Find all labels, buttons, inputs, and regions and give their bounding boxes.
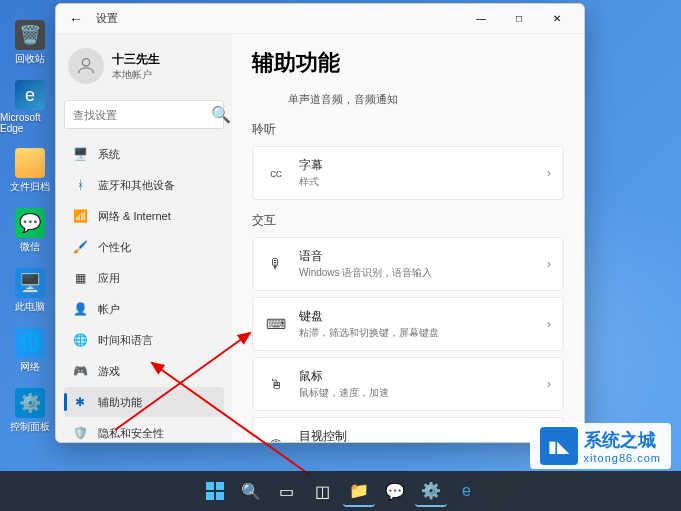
nav-system[interactable]: 🖥️系统: [64, 139, 224, 169]
eye-icon: 👁: [265, 436, 287, 442]
microphone-icon: 🎙: [265, 256, 287, 272]
desktop-icon-label: Microsoft Edge: [0, 112, 60, 134]
card-sub: 样式: [299, 175, 547, 189]
desktop-icon-label: 回收站: [15, 52, 45, 66]
taskbar-widgets[interactable]: ◫: [307, 475, 339, 507]
wechat-icon: 💬: [15, 208, 45, 238]
maximize-button[interactable]: □: [500, 5, 538, 33]
card-title: 目视控制: [299, 428, 547, 442]
folder-icon: [15, 148, 45, 178]
nav-personalization[interactable]: 🖌️个性化: [64, 232, 224, 262]
desktop-icon-label: 控制面板: [10, 420, 50, 434]
computer-icon: 🖥️: [15, 268, 45, 298]
nav-bluetooth[interactable]: ᚼ蓝牙和其他设备: [64, 170, 224, 200]
taskbar-settings[interactable]: ⚙️: [415, 475, 447, 507]
card-sub: Windows 语音识别，语音输入: [299, 266, 547, 280]
search-icon: 🔍: [211, 105, 231, 124]
user-name: 十三先生: [112, 51, 160, 68]
svg-rect-6: [216, 492, 224, 500]
card-title: 鼠标: [299, 368, 547, 385]
taskbar-chat[interactable]: 💬: [379, 475, 411, 507]
desktop-folder[interactable]: 文件归档: [0, 148, 60, 194]
close-button[interactable]: ✕: [538, 5, 576, 33]
wifi-icon: 📶: [72, 208, 88, 224]
nav-label: 隐私和安全性: [98, 426, 164, 441]
nav-label: 游戏: [98, 364, 120, 379]
user-block[interactable]: 十三先生 本地帐户: [64, 42, 224, 90]
desktop-network[interactable]: 🌐 网络: [0, 328, 60, 374]
keyboard-icon: ⌨: [265, 316, 287, 332]
nav-privacy[interactable]: 🛡️隐私和安全性: [64, 418, 224, 442]
section-listen: 聆听: [252, 121, 564, 138]
taskbar-taskview[interactable]: ▭: [271, 475, 303, 507]
card-title: 字幕: [299, 157, 547, 174]
chevron-right-icon: ›: [547, 257, 551, 271]
accessibility-icon: ✱: [72, 394, 88, 410]
watermark: ▮◣ 系统之城 xitong86.com: [530, 423, 671, 469]
top-subtext: 单声道音频，音频通知: [252, 92, 564, 107]
card-voice[interactable]: 🎙 语音Windows 语音识别，语音输入 ›: [252, 237, 564, 291]
nav-apps[interactable]: ▦应用: [64, 263, 224, 293]
content-pane: 辅助功能 单声道音频，音频通知 聆听 ㏄ 字幕样式 › 交互 🎙 语音Windo…: [232, 34, 584, 442]
search-box[interactable]: 🔍: [64, 100, 224, 129]
trash-icon: 🗑️: [15, 20, 45, 50]
nav-label: 蓝牙和其他设备: [98, 178, 175, 193]
nav-label: 系统: [98, 147, 120, 162]
nav-accounts[interactable]: 👤帐户: [64, 294, 224, 324]
desktop-icon-label: 网络: [20, 360, 40, 374]
card-keyboard[interactable]: ⌨ 键盘粘滞，筛选和切换键，屏幕键盘 ›: [252, 297, 564, 351]
desktop-icon-label: 微信: [20, 240, 40, 254]
card-subtitles[interactable]: ㏄ 字幕样式 ›: [252, 146, 564, 200]
taskbar: 🔍 ▭ ◫ 📁 💬 ⚙️ e: [0, 471, 681, 511]
watermark-url: xitong86.com: [584, 452, 661, 464]
watermark-title: 系统之城: [584, 428, 661, 452]
titlebar: ← 设置 — □ ✕: [56, 4, 584, 34]
taskbar-edge[interactable]: e: [451, 475, 483, 507]
sidebar: 十三先生 本地帐户 🔍 🖥️系统 ᚼ蓝牙和其他设备 📶网络 & Internet…: [56, 34, 232, 442]
nav-label: 个性化: [98, 240, 131, 255]
taskbar-search[interactable]: 🔍: [235, 475, 267, 507]
nav-label: 应用: [98, 271, 120, 286]
nav-time-language[interactable]: 🌐时间和语言: [64, 325, 224, 355]
desktop-wechat[interactable]: 💬 微信: [0, 208, 60, 254]
nav-label: 时间和语言: [98, 333, 153, 348]
card-title: 语音: [299, 248, 547, 265]
nav-accessibility[interactable]: ✱辅助功能: [64, 387, 224, 417]
mouse-icon: 🖱: [265, 376, 287, 392]
back-button[interactable]: ←: [64, 7, 88, 31]
desktop-edge[interactable]: e Microsoft Edge: [0, 80, 60, 134]
nav-label: 帐户: [98, 302, 120, 317]
taskbar-explorer[interactable]: 📁: [343, 475, 375, 507]
desktop-this-pc[interactable]: 🖥️ 此电脑: [0, 268, 60, 314]
apps-icon: ▦: [72, 270, 88, 286]
nav-network[interactable]: 📶网络 & Internet: [64, 201, 224, 231]
chevron-right-icon: ›: [547, 166, 551, 180]
gaming-icon: 🎮: [72, 363, 88, 379]
nav-label: 网络 & Internet: [98, 209, 171, 224]
watermark-logo-icon: ▮◣: [540, 427, 578, 465]
card-mouse[interactable]: 🖱 鼠标鼠标键，速度，加速 ›: [252, 357, 564, 411]
settings-window: ← 设置 — □ ✕ 十三先生 本地帐户 🔍 🖥️系统 ᚼ蓝牙: [55, 3, 585, 443]
shield-icon: 🛡️: [72, 425, 88, 441]
minimize-button[interactable]: —: [462, 5, 500, 33]
card-title: 键盘: [299, 308, 547, 325]
svg-point-0: [82, 59, 89, 66]
desktop-icon-label: 文件归档: [10, 180, 50, 194]
desktop-icon-label: 此电脑: [15, 300, 45, 314]
svg-rect-3: [206, 482, 214, 490]
desktop-control-panel[interactable]: ⚙️ 控制面板: [0, 388, 60, 434]
nav-label: 辅助功能: [98, 395, 142, 410]
search-input[interactable]: [73, 109, 211, 121]
start-button[interactable]: [199, 475, 231, 507]
chevron-right-icon: ›: [547, 377, 551, 391]
user-type: 本地帐户: [112, 68, 160, 82]
svg-rect-5: [206, 492, 214, 500]
network-icon: 🌐: [15, 328, 45, 358]
system-icon: 🖥️: [72, 146, 88, 162]
control-panel-icon: ⚙️: [15, 388, 45, 418]
nav-gaming[interactable]: 🎮游戏: [64, 356, 224, 386]
desktop-recycle-bin[interactable]: 🗑️ 回收站: [0, 20, 60, 66]
globe-icon: 🌐: [72, 332, 88, 348]
bluetooth-icon: ᚼ: [72, 177, 88, 193]
card-eye-control[interactable]: 👁 目视控制眼动追踪仪，文本到语音转换 ›: [252, 417, 564, 442]
